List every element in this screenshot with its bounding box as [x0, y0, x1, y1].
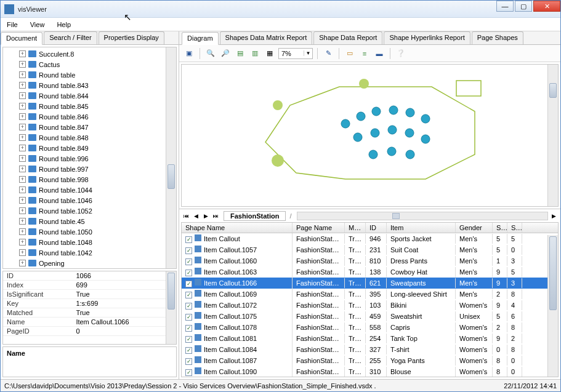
row-checkbox[interactable]: ✓ [185, 303, 192, 310]
table-row[interactable]: ✓Item Callout.1078FashionStationTrue558C… [182, 322, 558, 333]
expand-icon[interactable]: + [19, 134, 26, 141]
zoom-input[interactable] [279, 50, 304, 57]
table-row[interactable]: ✓Item Callout.1075FashionStationTrue459S… [182, 311, 558, 322]
col-item[interactable]: Item [387, 223, 456, 233]
page-name[interactable]: FashionStation [224, 211, 286, 221]
tab-search-filter[interactable]: Search / Filter [44, 31, 97, 44]
zoom-in-icon[interactable]: 🔍 [204, 47, 217, 60]
tree-node[interactable]: +Round table.1044 [7, 185, 175, 195]
expand-icon[interactable]: + [19, 61, 26, 68]
tree-node[interactable]: +Round table.848 [7, 132, 175, 143]
prop-row[interactable]: NameItem Callout.1066 [3, 318, 176, 327]
props-scrollbar[interactable] [166, 271, 176, 344]
table-row[interactable]: ✓Item Callout.1090FashionStationTrue310B… [182, 366, 558, 377]
menu-file[interactable]: File [6, 20, 19, 30]
layers3-icon[interactable]: ▬ [373, 47, 385, 60]
menu-help[interactable]: Help [55, 20, 72, 30]
col-s1[interactable]: S.. [493, 223, 507, 233]
next-page-icon[interactable]: ▶ [201, 211, 210, 221]
table-row[interactable]: ✓Item Callout.1084FashionStationTrue327T… [182, 344, 558, 355]
prop-row[interactable]: MatchedTrue [3, 308, 176, 318]
row-checkbox[interactable]: ✓ [185, 247, 192, 254]
tree-node[interactable]: +Round table.1052 [7, 206, 175, 216]
expand-icon[interactable]: + [19, 166, 26, 172]
prop-row[interactable]: IsSignificantTrue [3, 290, 176, 299]
expand-icon[interactable]: + [19, 124, 26, 130]
expand-icon[interactable]: + [19, 113, 26, 120]
close-button[interactable]: ✕ [533, 1, 560, 12]
menu-view[interactable]: View [29, 20, 46, 30]
tree-node[interactable]: +Round table.843 [7, 80, 175, 90]
table-row[interactable]: ✓Item Callout.1081FashionStationTrue254T… [182, 333, 558, 344]
maximize-button[interactable]: ▢ [515, 1, 532, 12]
row-checkbox[interactable]: ✓ [185, 270, 192, 276]
tree-node[interactable]: +Round table.1042 [7, 247, 175, 258]
tab-shape-hyperlinks[interactable]: Shape Hyperlinks Report [384, 31, 470, 44]
minimize-button[interactable]: — [496, 1, 514, 12]
tree-node[interactable]: +Round table [7, 70, 175, 80]
expand-icon[interactable]: + [19, 103, 26, 110]
grid-vscroll[interactable] [547, 235, 558, 377]
col-s2[interactable]: S.. [507, 223, 522, 233]
expand-icon[interactable]: + [19, 197, 26, 204]
row-checkbox[interactable]: ✓ [185, 314, 192, 321]
table-row[interactable]: ✓Item Callout.1069FashionStationTrue395L… [182, 289, 558, 300]
col-gender[interactable]: Gender [456, 223, 493, 233]
document-tree[interactable]: +Succulent.8+Cactus+Round table+Round ta… [2, 47, 177, 269]
table-row[interactable]: ✓Item Callout.1060FashionStationTrue810D… [182, 255, 558, 266]
tree-node[interactable]: +Round table.997 [7, 164, 175, 174]
row-checkbox[interactable]: ✓ [185, 281, 192, 287]
row-checkbox[interactable]: ✓ [185, 292, 192, 298]
table-row[interactable]: ✓Item Callout.1087FashionStationTrue255Y… [182, 355, 558, 366]
expand-icon[interactable]: + [19, 71, 26, 78]
tree-node[interactable]: +Round table.45 [7, 216, 175, 226]
prop-row[interactable]: Key1:s:699 [3, 299, 176, 308]
select-icon[interactable]: ✎ [322, 47, 334, 60]
last-page-icon[interactable]: ⏭ [211, 211, 220, 221]
tree-node[interactable]: +Round table.1046 [7, 195, 175, 206]
col-shape-name[interactable]: Shape Name [182, 223, 293, 233]
row-checkbox[interactable]: ✓ [185, 336, 192, 343]
tab-document[interactable]: Document [1, 32, 42, 45]
table-row[interactable]: ✓Item CalloutFashionStationTrue946Sports… [182, 233, 558, 244]
tab-shape-data-report[interactable]: Shape Data Report [313, 31, 382, 44]
tree-node[interactable]: +Round table.844 [7, 90, 175, 101]
tree-node[interactable]: +Round table.996 [7, 153, 175, 164]
col-id[interactable]: ID [366, 223, 387, 233]
diagram-view[interactable] [181, 64, 559, 207]
page3-icon[interactable]: ▦ [264, 47, 276, 60]
tree-node[interactable]: +Round table.1048 [7, 237, 175, 247]
tab-page-shapes[interactable]: Page Shapes [472, 31, 523, 44]
row-checkbox[interactable]: ✓ [185, 325, 192, 332]
expand-icon[interactable]: + [19, 82, 26, 89]
expand-icon[interactable]: + [19, 260, 26, 266]
row-checkbox[interactable]: ✓ [185, 258, 192, 265]
expand-icon[interactable]: + [19, 176, 26, 183]
table-row[interactable]: ✓Item Callout.1057FashionStationTrue231S… [182, 244, 558, 255]
expand-icon[interactable]: + [19, 186, 26, 193]
page-icon[interactable]: ▤ [234, 47, 246, 60]
zoom-combo[interactable]: ▼ [278, 48, 313, 59]
table-row[interactable]: ✓Item Callout.1066FashionStationTrue621S… [182, 278, 558, 289]
tree-node[interactable]: +Succulent.8 [7, 49, 175, 59]
tree-node[interactable]: +Round table.846 [7, 111, 175, 122]
col-page-name[interactable]: Page Name [293, 223, 345, 233]
tree-node[interactable]: +Round table.1050 [7, 226, 175, 237]
table-row[interactable]: ✓Item Callout.1072FashionStationTrue103B… [182, 300, 558, 311]
zoom-dropdown-icon[interactable]: ▼ [304, 50, 312, 56]
help-icon[interactable]: ❔ [395, 47, 407, 60]
col-master[interactable]: Ma... [345, 223, 366, 233]
tree-scrollbar[interactable] [166, 47, 176, 268]
tree-node[interactable]: +Cactus [7, 59, 175, 70]
layers2-icon[interactable]: ≡ [358, 47, 371, 60]
tree-node[interactable]: +Round table.845 [7, 101, 175, 111]
row-checkbox[interactable]: ✓ [185, 369, 192, 376]
tree-node[interactable]: +Round table.998 [7, 174, 175, 185]
zoom-out-icon[interactable]: 🔎 [219, 47, 232, 60]
expand-icon[interactable]: + [19, 155, 26, 162]
row-checkbox[interactable]: ✓ [185, 358, 192, 365]
page-scroll-right-icon[interactable]: ▶ [549, 211, 558, 221]
tree-node[interactable]: +Round table.849 [7, 143, 175, 153]
tree-node[interactable]: +Opening [7, 258, 175, 268]
expand-icon[interactable]: + [19, 92, 26, 99]
